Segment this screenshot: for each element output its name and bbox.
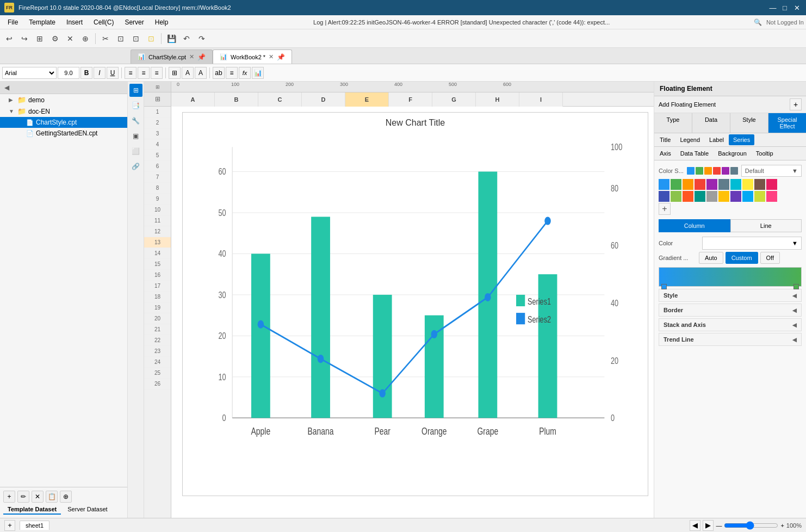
col-header-c[interactable]: C [258,92,302,107]
nav-next-btn[interactable]: ▶ [703,520,714,531]
menu-server[interactable]: Server [119,17,149,28]
cg-cell-15[interactable] [706,191,717,202]
col-header-d[interactable]: D [302,92,345,107]
col-header-f[interactable]: F [389,92,432,107]
zoom-slider[interactable] [724,521,778,530]
row-23[interactable]: 23 [144,346,171,357]
panel-btn-float[interactable]: ⬜ [129,145,142,158]
sidebar-toggle[interactable]: ◀ [4,84,9,91]
align-center[interactable]: ≡ [138,67,150,79]
rp-subtab-series[interactable]: Series [729,134,754,145]
formula-btn[interactable]: fx [239,67,251,79]
ds-expand-btn[interactable]: ⊕ [60,491,72,503]
rp-tab-special-effect[interactable]: Special Effect [768,113,806,133]
toolbar-properties[interactable]: ⚙ [48,32,62,46]
toolbar-format-painter[interactable]: ⊡ [144,32,158,46]
align-left[interactable]: ≡ [125,67,137,79]
cg-cell-20[interactable] [766,191,777,202]
row-1[interactable]: 1 [144,107,171,117]
align-right[interactable]: ≡ [151,67,163,79]
cg-cell-9[interactable] [754,179,765,190]
color-scheme-dropdown[interactable]: Default ▼ [741,165,802,177]
font-color-btn[interactable]: A [195,67,207,79]
row-6[interactable]: 6 [144,161,171,172]
chart-btn[interactable]: 📊 [252,67,264,79]
chart-type-line[interactable]: Line [730,219,802,232]
font-size-input[interactable] [58,67,79,79]
rp-subtab2-datatable[interactable]: Data Table [676,148,713,159]
row-18[interactable]: 18 [144,292,171,302]
cg-cell-2[interactable] [671,179,681,190]
row-24[interactable]: 24 [144,357,171,368]
row-22[interactable]: 22 [144,335,171,346]
rp-tab-type[interactable]: Type [654,113,692,133]
italic-button[interactable]: I [94,67,106,79]
row-26[interactable]: 26 [144,379,171,389]
col-header-e[interactable]: E [345,92,389,107]
panel-btn-link[interactable]: 🔗 [129,160,142,173]
row-5[interactable]: 5 [144,150,171,161]
tree-item-gettingstarted[interactable]: 📄 GettingStartedEN.cpt [0,128,127,139]
border-section-header[interactable]: Border ◀ [659,304,801,316]
row-14[interactable]: 14 [144,248,171,259]
add-color-btn[interactable]: + [659,203,671,215]
toolbar-redo[interactable]: ↷ [195,32,209,46]
chart-type-column[interactable]: Column [659,219,730,232]
row-9[interactable]: 9 [144,194,171,205]
cg-cell-14[interactable] [695,191,705,202]
maximize-button[interactable]: □ [780,3,790,13]
col-header-b[interactable]: B [215,92,258,107]
ds-edit-btn[interactable]: ✏ [17,491,29,503]
row-10[interactable]: 10 [144,205,171,215]
bold-button[interactable]: B [80,67,92,79]
tab-pin-1[interactable]: 📌 [197,53,206,61]
row-3[interactable]: 3 [144,128,171,139]
tree-item-chartstyle[interactable]: 📄 ChartStyle.cpt [0,117,127,128]
cg-cell-6[interactable] [718,179,729,190]
stack-axis-section-header[interactable]: Stack and Axis ◀ [659,319,801,331]
col-header-g[interactable]: G [432,92,476,107]
table-btn[interactable]: ⊞ [169,67,181,79]
toolbar-cut[interactable]: ✂ [98,32,113,46]
tree-item-demo[interactable]: ▶ 📁 demo [0,94,127,106]
toolbar-forward[interactable]: ↪ [17,32,32,46]
cg-cell-8[interactable] [742,179,753,190]
row-8[interactable]: 8 [144,183,171,194]
ds-add-btn[interactable]: + [3,491,15,503]
font-select[interactable]: Arial [2,67,57,79]
toolbar-undo[interactable]: ↶ [179,32,194,46]
row-17[interactable]: 17 [144,281,171,292]
col-header-h[interactable]: H [476,92,519,107]
sheet-nav-add[interactable]: + [4,520,15,531]
rp-subtab2-tooltip[interactable]: Tooltip [752,148,778,159]
cg-cell-19[interactable] [754,191,765,202]
toolbar-back[interactable]: ↩ [2,32,16,46]
cg-cell-10[interactable] [766,179,777,190]
tab-close-1[interactable]: ✕ [189,53,194,60]
toolbar-add[interactable]: ⊕ [78,32,92,46]
nav-prev-btn[interactable]: ◀ [690,520,700,531]
toolbar-delete[interactable]: ✕ [63,32,77,46]
row-4[interactable]: 4 [144,139,171,150]
row-2[interactable]: 2 [144,117,171,128]
rp-subtab-label[interactable]: Label [705,134,728,145]
cg-cell-3[interactable] [683,179,693,190]
col-header-i[interactable]: I [519,92,563,107]
tab-close-2[interactable]: ✕ [269,53,274,60]
gradient-preview[interactable] [659,267,802,287]
rp-subtab2-axis[interactable]: Axis [655,148,675,159]
cg-cell-7[interactable] [730,179,741,190]
panel-btn-components[interactable]: ⊞ [129,84,142,97]
merge-btn[interactable]: ab [213,67,225,79]
toolbar-copy[interactable]: ⊡ [114,32,128,46]
style-section-header[interactable]: Style ◀ [659,289,801,301]
search-icon[interactable]: 🔍 [754,18,762,26]
add-floating-btn[interactable]: + [790,98,802,110]
minimize-button[interactable]: — [768,3,778,13]
border-btn[interactable]: ≡ [226,67,238,79]
cg-cell-13[interactable] [683,191,693,202]
cg-cell-11[interactable] [659,191,669,202]
toolbar-paste[interactable]: ⊡ [129,32,143,46]
tab-chartstyle[interactable]: 📊 ChartStyle.cpt ✕ 📌 [131,50,213,64]
ds-delete-btn[interactable]: ✕ [32,491,44,503]
